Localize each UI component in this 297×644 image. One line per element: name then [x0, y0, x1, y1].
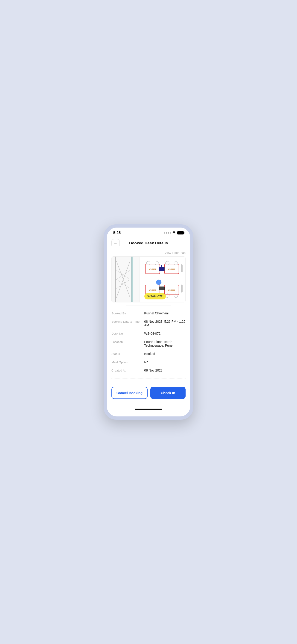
detail-colon: :	[140, 332, 144, 335]
view-floor-plan-link[interactable]: View Floor Plan	[112, 250, 186, 256]
detail-label: Booked By	[112, 312, 140, 315]
svg-rect-28	[159, 286, 164, 290]
notch	[134, 228, 164, 234]
detail-label: Location	[112, 340, 140, 344]
svg-rect-29	[181, 265, 182, 272]
detail-row: Booking Date & Time:08 Nov 2023, 5:26 PM…	[112, 318, 186, 329]
wifi-icon	[172, 231, 176, 235]
detail-value: 08 Nov 2023	[144, 368, 186, 372]
svg-text:WS-04-81: WS-04-81	[168, 289, 175, 291]
detail-label: Status	[112, 352, 140, 356]
main-content: View Floor Plan	[107, 250, 190, 378]
detail-colon: :	[140, 360, 144, 364]
home-indicator	[107, 406, 190, 412]
floor-plan-left	[112, 256, 140, 302]
svg-text:WS-04-71: WS-04-71	[149, 268, 156, 270]
detail-colon: :	[140, 368, 144, 372]
check-in-button[interactable]: Check In	[150, 387, 186, 399]
detail-row: Booked By:Kushal Chokhani	[112, 309, 186, 318]
detail-row: Location:Fourth Floor, Teerth Technospac…	[112, 338, 186, 350]
detail-value: Booked	[144, 352, 186, 356]
detail-row: Status:Booked	[112, 350, 186, 358]
detail-label: Meal Option	[112, 360, 140, 364]
floor-plan-container: WS-04-71 WS-04-80	[112, 256, 186, 302]
svg-text:WS-04-72: WS-04-72	[149, 289, 156, 291]
page-title: Booked Desk Details	[120, 241, 177, 246]
back-arrow-icon: ←	[114, 241, 118, 245]
detail-value: No	[144, 360, 186, 364]
status-time: 5:25	[113, 231, 121, 235]
home-bar	[135, 408, 162, 410]
svg-rect-0	[131, 256, 133, 302]
svg-rect-19	[161, 265, 162, 268]
detail-value: 08 Nov 2023, 5:26 PM - 1:26 AM	[144, 320, 186, 327]
svg-text:WS-04-80: WS-04-80	[168, 268, 175, 270]
signal-icon	[164, 232, 171, 234]
detail-colon: :	[140, 340, 144, 344]
detail-colon: :	[140, 312, 144, 315]
section-divider	[126, 305, 170, 306]
cancel-booking-button[interactable]: Cancel Booking	[112, 387, 148, 399]
detail-value: Fourth Floor, Teerth Technospace, Pune	[144, 340, 186, 347]
floor-plan-right: WS-04-71 WS-04-80	[140, 256, 185, 302]
detail-label: Booking Date & Time	[112, 320, 140, 324]
dashed-separator	[112, 378, 186, 378]
detail-colon: :	[140, 352, 144, 356]
back-button[interactable]: ←	[112, 239, 120, 247]
detail-row: Meal Option:No	[112, 358, 186, 366]
detail-row: Desk No:WS-04-072	[112, 329, 186, 338]
battery-icon	[177, 231, 184, 234]
svg-rect-30	[181, 285, 182, 292]
detail-value: Kushal Chokhani	[144, 312, 186, 315]
status-icons	[164, 231, 184, 235]
detail-colon: :	[140, 320, 144, 323]
svg-point-20	[156, 280, 162, 285]
desk-tooltip: WS-04-072	[144, 293, 166, 300]
detail-label: Desk No	[112, 332, 140, 335]
detail-label: Created At	[112, 368, 140, 372]
phone-frame: 5:25 ← Booked Desk Detail	[104, 224, 194, 420]
phone-screen: 5:25 ← Booked Desk Detail	[107, 228, 190, 416]
page-header: ← Booked Desk Details	[107, 237, 190, 250]
detail-value: WS-04-072	[144, 332, 186, 335]
booking-details: Booked By:Kushal ChokhaniBooking Date & …	[112, 309, 186, 374]
action-buttons: Cancel Booking Check In	[107, 383, 190, 406]
svg-rect-18	[159, 267, 164, 271]
detail-row: Created At:08 Nov 2023	[112, 366, 186, 374]
